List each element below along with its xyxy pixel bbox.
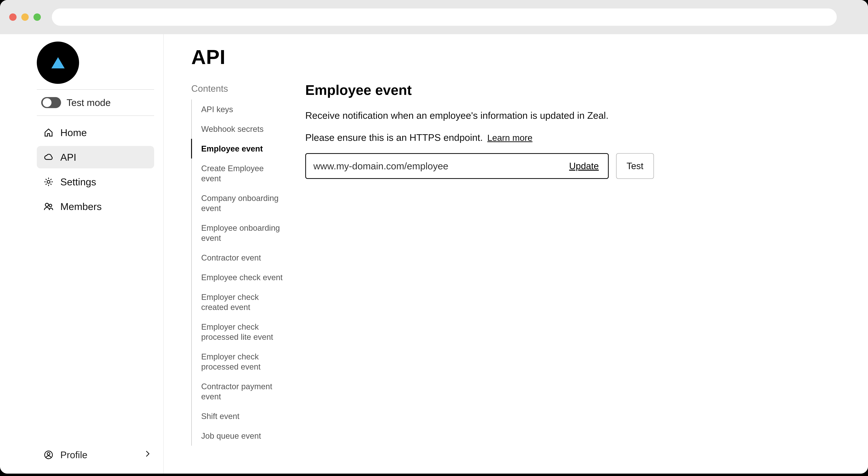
toc-item-contractor-payment-event[interactable]: Contractor payment event [191, 377, 287, 406]
toc-item-job-queue-event[interactable]: Job queue event [191, 426, 287, 446]
sidebar-item-label: Home [60, 127, 87, 138]
sidebar: Test mode Home API [0, 34, 164, 474]
toggle-knob [43, 98, 52, 107]
contents-column: API Contents API keys Webhook secrets Em… [164, 34, 294, 474]
test-mode-label: Test mode [67, 97, 111, 108]
toc-item-api-keys[interactable]: API keys [191, 99, 287, 119]
toc-item-employer-check-processed-event[interactable]: Employer check processed event [191, 347, 287, 377]
toc-item-webhook-secrets[interactable]: Webhook secrets [191, 119, 287, 139]
sidebar-nav: Home API Settings [0, 116, 163, 218]
toc-item-shift-event[interactable]: Shift event [191, 406, 287, 426]
toc-item-employer-check-processed-lite-event[interactable]: Employer check processed lite event [191, 317, 287, 347]
test-mode-row: Test mode [0, 90, 163, 116]
sidebar-item-members[interactable]: Members [37, 195, 154, 218]
toc-item-employee-event[interactable]: Employee event [191, 139, 287, 158]
chevron-right-icon [143, 449, 152, 461]
contents-heading: Contents [191, 83, 287, 94]
app-body: Test mode Home API [0, 34, 868, 474]
test-button[interactable]: Test [616, 153, 654, 179]
toc-item-create-employee-event[interactable]: Create Employee event [191, 158, 287, 188]
logo-triangle-icon [49, 54, 67, 71]
minimize-window-button[interactable] [21, 13, 29, 21]
sidebar-item-label: Settings [60, 176, 96, 188]
toc-item-employee-onboarding-event[interactable]: Employee onboarding event [191, 218, 287, 248]
sidebar-item-label: API [60, 152, 76, 163]
sidebar-item-profile[interactable]: Profile [0, 443, 163, 466]
maximize-window-button[interactable] [33, 13, 41, 21]
app-window: Test mode Home API [0, 0, 868, 474]
gear-icon [43, 177, 54, 187]
sidebar-spacer [0, 218, 163, 443]
svg-point-5 [47, 452, 50, 455]
close-window-button[interactable] [9, 13, 17, 21]
toc-item-company-onboarding-event[interactable]: Company onboarding event [191, 188, 287, 218]
cloud-icon [43, 152, 54, 162]
table-of-contents: API keys Webhook secrets Employee event … [191, 99, 287, 446]
sidebar-item-settings[interactable]: Settings [37, 170, 154, 193]
update-link[interactable]: Update [569, 161, 600, 171]
toc-item-employee-check-event[interactable]: Employee check event [191, 267, 287, 287]
members-icon [43, 201, 54, 212]
address-bar[interactable] [52, 8, 837, 26]
traffic-lights [9, 13, 41, 21]
svg-point-1 [47, 180, 50, 183]
profile-label: Profile [60, 449, 87, 461]
toc-item-employer-check-created-event[interactable]: Employer check created event [191, 287, 287, 317]
toc-item-contractor-event[interactable]: Contractor event [191, 248, 287, 267]
endpoint-row: Update Test [305, 153, 831, 179]
https-note-text: Please ensure this is an HTTPS endpoint. [305, 132, 483, 143]
svg-point-3 [49, 204, 52, 207]
sidebar-item-api[interactable]: API [37, 146, 154, 168]
detail-pane: Employee event Receive notification when… [294, 34, 868, 474]
detail-https-note: Please ensure this is an HTTPS endpoint.… [305, 131, 831, 144]
test-mode-toggle[interactable] [41, 97, 61, 108]
learn-more-link[interactable]: Learn more [487, 133, 532, 143]
endpoint-input-box: Update [305, 153, 609, 179]
app-logo [37, 41, 79, 84]
svg-point-2 [45, 203, 49, 207]
detail-heading: Employee event [305, 82, 831, 98]
home-icon [43, 127, 54, 138]
logo-wrap [0, 41, 163, 89]
sidebar-item-home[interactable]: Home [37, 121, 154, 144]
profile-icon [43, 450, 54, 460]
svg-marker-0 [51, 57, 65, 68]
detail-description: Receive notification when an employee's … [305, 109, 831, 122]
sidebar-item-label: Members [60, 201, 102, 212]
titlebar [0, 0, 868, 34]
endpoint-input[interactable] [313, 160, 569, 171]
page-title: API [191, 45, 287, 69]
